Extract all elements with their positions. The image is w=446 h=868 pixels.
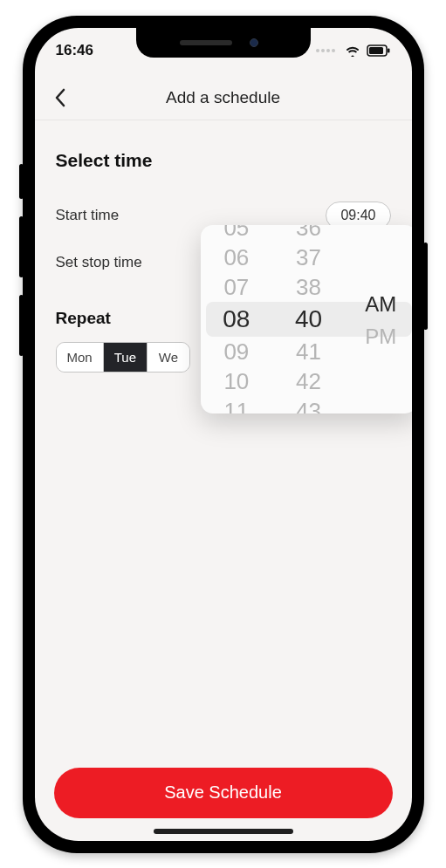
app-body: Select time Start time 09:40 Set stop ti… xyxy=(35,120,412,754)
time-picker-popover: 04 05 06 07 08 09 10 11 12 xyxy=(201,225,412,413)
hour-item: 10 xyxy=(201,366,273,396)
minute-item: 42 xyxy=(272,366,345,396)
hour-wheel[interactable]: 04 05 06 07 08 09 10 11 12 xyxy=(201,225,273,413)
hour-item: 11 xyxy=(201,396,273,413)
cellular-dots-icon xyxy=(316,49,335,52)
home-indicator[interactable] xyxy=(154,829,293,834)
phone-frame: 16:46 xyxy=(23,16,424,853)
minute-item: 38 xyxy=(272,272,345,302)
back-button[interactable] xyxy=(54,80,82,115)
ampm-item-pm: PM xyxy=(345,322,412,352)
phone-speaker xyxy=(180,40,232,45)
page-title: Add a schedule xyxy=(35,88,412,107)
hour-item: 06 xyxy=(201,243,273,272)
phone-screen: 16:46 xyxy=(35,28,412,841)
hour-item: 05 xyxy=(201,225,273,243)
section-title-select-time: Select time xyxy=(56,150,391,171)
minute-item: 37 xyxy=(272,243,345,272)
app-header: Add a schedule xyxy=(35,77,412,120)
ampm-item-am: AM xyxy=(345,287,412,322)
minute-item: 43 xyxy=(272,396,345,413)
side-button xyxy=(423,243,428,330)
side-button xyxy=(19,295,24,356)
side-button xyxy=(19,164,24,199)
ampm-wheel[interactable]: AM PM xyxy=(345,225,412,413)
hour-item: 07 xyxy=(201,272,273,302)
side-button xyxy=(19,216,24,277)
minute-item: 41 xyxy=(272,337,345,366)
hour-item: 09 xyxy=(201,337,273,366)
minute-item-selected: 40 xyxy=(272,302,345,337)
wifi-icon xyxy=(344,44,361,57)
status-indicators xyxy=(316,44,391,57)
day-pill-mon[interactable]: Mon xyxy=(57,343,104,372)
stop-time-label: Set stop time xyxy=(56,254,142,271)
minute-item: 36 xyxy=(272,225,345,243)
svg-rect-2 xyxy=(388,48,390,52)
start-time-label: Start time xyxy=(56,207,120,224)
battery-icon xyxy=(367,44,391,57)
phone-camera xyxy=(250,38,258,47)
day-pill-wed[interactable]: We xyxy=(148,343,189,372)
save-schedule-button[interactable]: Save Schedule xyxy=(54,768,393,818)
day-pill-tue[interactable]: Tue xyxy=(104,343,148,372)
app-screen: Add a schedule Select time Start time 09… xyxy=(35,28,412,841)
minute-wheel[interactable]: 35 36 37 38 40 41 42 43 44 xyxy=(272,225,345,413)
day-selector: Mon Tue We xyxy=(56,342,190,372)
status-time: 16:46 xyxy=(56,42,93,59)
hour-item-selected: 08 xyxy=(201,302,273,337)
phone-notch xyxy=(136,28,311,58)
svg-rect-1 xyxy=(369,47,383,54)
app-footer: Save Schedule xyxy=(35,754,412,841)
